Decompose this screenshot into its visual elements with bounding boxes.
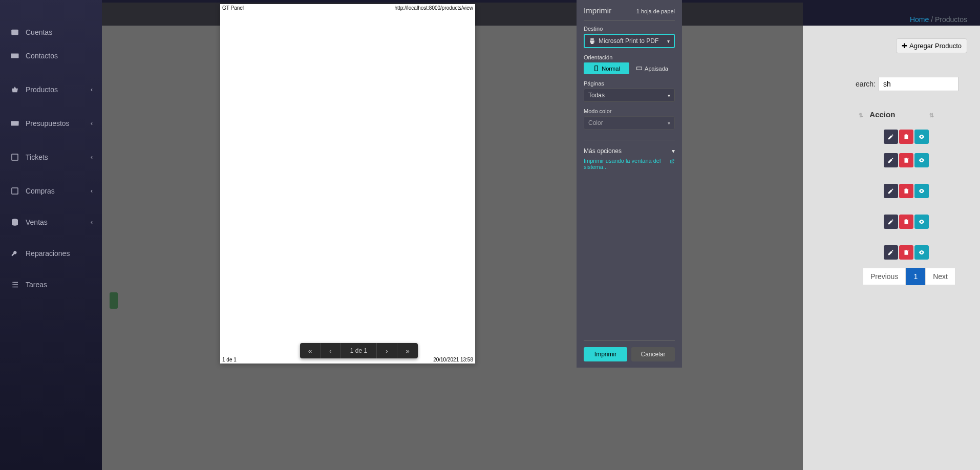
destination-label: Destino: [584, 26, 675, 32]
orientation-toggle: Normal Apaisada: [584, 62, 675, 74]
svg-rect-8: [637, 67, 642, 70]
plus-icon: ✚: [902, 42, 907, 50]
pages-value: Todas: [588, 92, 605, 99]
sidebar-item-label: Presupuestos: [26, 119, 70, 127]
pagination-prev[interactable]: Previous: [863, 268, 906, 285]
chevron-down-icon: ▾: [672, 147, 675, 155]
view-button[interactable]: [914, 184, 929, 198]
destination-value: Microsoft Print to PDF: [599, 37, 658, 45]
sidebar-item-label: Compras: [26, 187, 55, 195]
sidebar-item-contactos[interactable]: Contactos: [0, 44, 102, 68]
svg-rect-3: [11, 122, 19, 123]
table-row-actions: [884, 153, 929, 167]
destination-select[interactable]: Microsoft Print to PDF ▾: [584, 34, 675, 48]
svg-rect-0: [11, 30, 18, 35]
table-row-actions: [884, 130, 929, 144]
search-container: earch:: [856, 77, 958, 91]
breadcrumb-current: Productos: [935, 15, 967, 24]
pagination-page-1[interactable]: 1: [906, 268, 925, 285]
delete-button[interactable]: [899, 184, 913, 198]
edit-button[interactable]: [884, 215, 898, 229]
preview-url: http://localhost:8000/products/view: [395, 5, 473, 11]
more-options-toggle[interactable]: Más opciones ▾: [584, 144, 675, 158]
chevron-left-icon: ‹: [91, 86, 93, 93]
orientation-portrait[interactable]: Normal: [584, 62, 629, 74]
sidebar-item-productos[interactable]: Productos ‹: [0, 78, 102, 101]
sidebar-item-label: Ventas: [26, 218, 48, 226]
chevron-left-icon: ‹: [91, 219, 93, 226]
pages-select[interactable]: Todas ▾: [584, 89, 675, 102]
edit-button[interactable]: [884, 245, 898, 260]
sidebar-item-presupuestos[interactable]: Presupuestos ‹: [0, 112, 102, 135]
sidebar-item-label: Tareas: [26, 281, 47, 289]
add-product-label: Agregar Producto: [909, 42, 962, 50]
preview-title: GT Panel: [222, 5, 244, 11]
pages-label: Páginas: [584, 80, 675, 87]
delete-button[interactable]: [899, 130, 913, 144]
view-button[interactable]: [914, 245, 929, 260]
print-dialog: Imprimir 1 hoja de papel Destino Microso…: [577, 0, 682, 368]
next-page-button[interactable]: ›: [377, 343, 397, 358]
delete-button[interactable]: [899, 245, 913, 260]
printer-icon: [589, 38, 595, 45]
breadcrumb-home[interactable]: Home: [910, 15, 929, 24]
basket-icon: [10, 85, 19, 94]
sidebar-item-label: Productos: [26, 86, 58, 94]
first-page-button[interactable]: «: [300, 343, 321, 358]
sidebar-item-cuentas[interactable]: Cuentas: [0, 20, 102, 44]
chevron-down-icon: ▾: [668, 120, 670, 126]
color-value: Color: [588, 119, 603, 126]
table-row-actions: [884, 215, 929, 229]
print-sheets-count: 1 hoja de papel: [636, 8, 675, 14]
landscape-icon: [636, 65, 643, 72]
edit-button[interactable]: [884, 153, 898, 167]
sort-icon[interactable]: ⇅: [859, 112, 863, 118]
add-product-button[interactable]: ✚ Agregar Producto: [896, 38, 967, 53]
column-header-accion: ⇅ Accion ⇅: [859, 110, 934, 119]
pagination: Previous 1 Next: [863, 268, 955, 285]
sidebar-item-compras[interactable]: Compras ‹: [0, 179, 102, 203]
idcard-icon: [10, 51, 19, 60]
cancel-button[interactable]: Cancelar: [631, 347, 675, 361]
compras-icon: [10, 186, 19, 196]
sidebar-item-tareas[interactable]: Tareas: [0, 273, 102, 296]
view-button[interactable]: [914, 215, 929, 229]
ticket-icon: [10, 153, 19, 162]
view-button[interactable]: [914, 130, 929, 144]
pagination-next[interactable]: Next: [925, 268, 955, 285]
search-input[interactable]: [879, 77, 958, 91]
sidebar-item-label: Cuentas: [26, 28, 52, 36]
sort-icon[interactable]: ⇅: [929, 112, 934, 118]
breadcrumb: Home / Productos: [910, 15, 967, 24]
delete-button[interactable]: [899, 153, 913, 167]
delete-button[interactable]: [899, 215, 913, 229]
table-row-actions: [884, 245, 929, 260]
breadcrumb-sep: /: [931, 15, 933, 24]
database-icon: [10, 218, 19, 227]
edit-button[interactable]: [884, 184, 898, 198]
svg-rect-7: [595, 66, 598, 71]
sidebar-item-reparaciones[interactable]: Reparaciones: [0, 242, 102, 265]
print-button[interactable]: Imprimir: [584, 347, 627, 361]
orientation-landscape[interactable]: Apaisada: [629, 62, 675, 74]
svg-rect-5: [12, 188, 18, 194]
chevron-left-icon: ‹: [91, 120, 93, 127]
search-label: earch:: [856, 80, 876, 88]
color-select: Color ▾: [584, 116, 675, 130]
view-button[interactable]: [914, 153, 929, 167]
system-print-link[interactable]: Imprimir usando la ventana del sistema..…: [584, 158, 675, 170]
edit-button[interactable]: [884, 130, 898, 144]
preview-page-info: 1 de 1: [222, 357, 237, 362]
chevron-left-icon: ‹: [91, 187, 93, 195]
print-preview-page: GT Panel http://localhost:8000/products/…: [220, 4, 475, 364]
list-icon: [10, 280, 19, 289]
last-page-button[interactable]: »: [397, 343, 418, 358]
prev-page-button[interactable]: ‹: [321, 343, 341, 358]
svg-rect-4: [12, 154, 18, 160]
sidebar-item-label: Tickets: [26, 153, 48, 161]
sidebar-item-tickets[interactable]: Tickets ‹: [0, 145, 102, 169]
orientation-label: Orientación: [584, 54, 675, 60]
preview-toolbar: « ‹ 1 de 1 › »: [300, 343, 418, 358]
sidebar: Cuentas Contactos Productos ‹ Presupuest…: [0, 0, 102, 470]
sidebar-item-ventas[interactable]: Ventas ‹: [0, 210, 102, 234]
